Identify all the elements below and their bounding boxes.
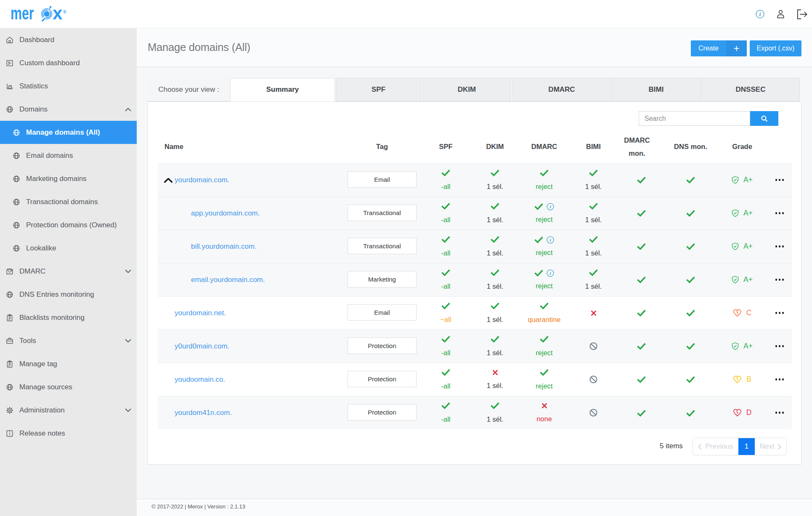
svg-text:i: i — [549, 271, 551, 276]
svg-text:i: i — [549, 237, 551, 242]
svg-text:i: i — [549, 204, 551, 209]
svg-text:i: i — [759, 11, 761, 17]
